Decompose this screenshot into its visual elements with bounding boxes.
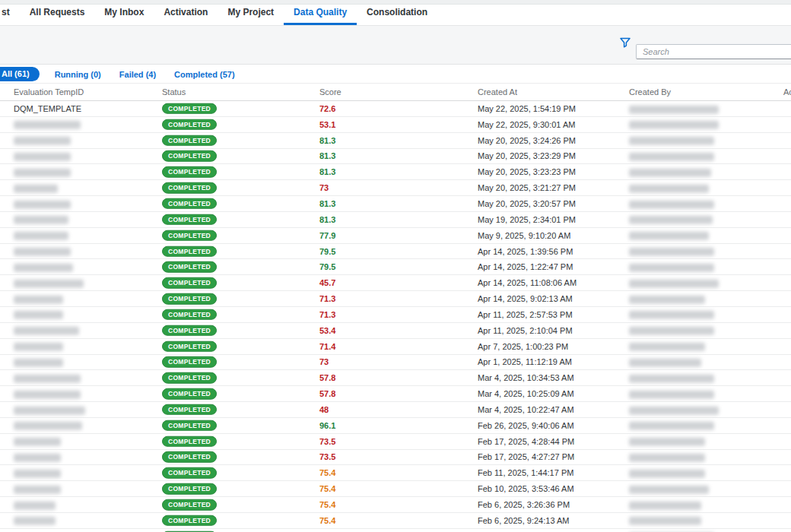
- filter-pill-running[interactable]: Running (0): [55, 70, 101, 79]
- table-row[interactable]: COMPLETED 53.4 Apr 11, 2025, 2:10:04 PM: [0, 323, 791, 339]
- score-cell: 77.9: [319, 231, 335, 240]
- created-at-cell: May 22, 2025, 9:30:01 AM: [478, 120, 575, 129]
- search-input[interactable]: [636, 44, 791, 59]
- col-header-evaluation-tempid[interactable]: Evaluation TempID: [14, 87, 84, 97]
- evaluation-tempid-cell: [14, 468, 61, 478]
- status-badge: COMPLETED: [162, 340, 217, 352]
- created-by-cell: [629, 357, 701, 367]
- redacted-id-block: [14, 375, 81, 383]
- table-row[interactable]: COMPLETED 81.3 May 20, 2025, 3:24:26 PM: [0, 133, 791, 149]
- nav-tab-all-requests[interactable]: All Requests: [20, 7, 95, 25]
- status-badge: COMPLETED: [162, 388, 217, 400]
- created-by-cell: [629, 452, 705, 462]
- table-row[interactable]: COMPLETED 71.3 Apr 11, 2025, 2:57:53 PM: [0, 307, 791, 323]
- table-row[interactable]: COMPLETED 79.5 Apr 14, 2025, 1:22:47 PM: [0, 259, 791, 275]
- evaluation-tempid-cell: [14, 325, 79, 335]
- redacted-created-by-block: [629, 200, 714, 208]
- table-row[interactable]: COMPLETED 53.1 May 22, 2025, 9:30:01 AM: [0, 117, 791, 133]
- nav-tab-st[interactable]: st: [2, 7, 20, 25]
- status-badge: COMPLETED: [162, 198, 217, 210]
- table-row[interactable]: COMPLETED 73.5 Feb 17, 2025, 4:28:44 PM: [0, 434, 791, 450]
- redacted-id-block: [14, 327, 79, 335]
- redacted-id-block: [14, 422, 82, 430]
- nav-tab-my-project[interactable]: My Project: [218, 7, 284, 25]
- table-row[interactable]: COMPLETED 57.8 Mar 4, 2025, 10:34:53 AM: [0, 370, 791, 386]
- redacted-created-by-block: [629, 359, 701, 367]
- filter-pill-failed[interactable]: Failed (4): [119, 70, 156, 79]
- table-row[interactable]: COMPLETED 57.8 Mar 4, 2025, 10:25:09 AM: [0, 386, 791, 402]
- filter-pill-completed[interactable]: Completed (57): [174, 70, 234, 79]
- redacted-created-by-block: [629, 137, 714, 145]
- redacted-created-by-block: [629, 406, 719, 414]
- score-cell: 81.3: [319, 136, 335, 145]
- status-cell: COMPLETED: [162, 515, 217, 527]
- status-badge: COMPLETED: [162, 325, 217, 336]
- created-by-cell: [629, 389, 714, 399]
- table-row[interactable]: DQM_TEMPLATE COMPLETED 72.6 May 22, 2025…: [0, 101, 791, 117]
- evaluation-tempid-cell: DQM_TEMPLATE: [14, 104, 81, 113]
- nav-tab-consolidation[interactable]: Consolidation: [357, 7, 437, 25]
- table-row[interactable]: COMPLETED 79.5 Apr 14, 2025, 1:39:56 PM: [0, 244, 791, 260]
- created-by-cell: [629, 373, 714, 383]
- table-row[interactable]: COMPLETED 73 Apr 1, 2025, 11:12:19 AM: [0, 355, 791, 371]
- redacted-created-by-block: [629, 184, 709, 192]
- evaluation-tempid-cell: [14, 357, 63, 367]
- redacted-created-by-block: [629, 216, 713, 224]
- filter-button[interactable]: [618, 35, 633, 50]
- table-row[interactable]: COMPLETED 71.3 Apr 14, 2025, 9:02:13 AM: [0, 291, 791, 307]
- created-at-cell: May 9, 2025, 9:10:20 AM: [478, 231, 570, 240]
- redacted-created-by-block: [629, 121, 719, 129]
- score-cell: 73: [319, 357, 329, 366]
- status-cell: COMPLETED: [162, 325, 217, 336]
- table-row[interactable]: COMPLETED 71.4 Apr 7, 2025, 1:00:23 PM: [0, 339, 791, 355]
- col-header-created-by[interactable]: Created By: [629, 87, 671, 97]
- col-header-status[interactable]: Status: [162, 87, 186, 97]
- nav-tab-activation[interactable]: Activation: [154, 7, 218, 25]
- status-cell: COMPLETED: [162, 245, 217, 257]
- table-row[interactable]: COMPLETED 73 May 20, 2025, 3:21:27 PM: [0, 180, 791, 196]
- created-at-cell: Apr 11, 2025, 2:10:04 PM: [478, 326, 573, 335]
- score-cell: 96.1: [319, 421, 335, 430]
- score-cell: 81.3: [319, 151, 335, 160]
- created-at-cell: Apr 14, 2025, 1:39:56 PM: [478, 247, 573, 256]
- col-header-score[interactable]: Score: [319, 87, 341, 97]
- evaluation-tempid-cell: [14, 341, 63, 351]
- table-row[interactable]: COMPLETED 73.5 Feb 17, 2025, 4:27:27 PM: [0, 450, 791, 466]
- col-header-action[interactable]: Action: [783, 87, 791, 97]
- created-by-cell: [629, 516, 701, 526]
- status-badge: COMPLETED: [162, 404, 217, 416]
- table-row[interactable]: COMPLETED 75.4 Feb 11, 2025, 1:44:17 PM: [0, 465, 791, 481]
- evaluation-tempid-cell: [14, 230, 68, 240]
- table-row[interactable]: COMPLETED 81.3 May 19, 2025, 2:34:01 PM: [0, 212, 791, 228]
- created-at-cell: Feb 6, 2025, 3:26:36 PM: [478, 500, 570, 509]
- status-cell: COMPLETED: [162, 182, 217, 194]
- table-row[interactable]: COMPLETED 81.3 May 20, 2025, 3:20:57 PM: [0, 196, 791, 212]
- col-header-created-at[interactable]: Created At: [478, 87, 517, 97]
- table-row[interactable]: DQM_TEMPLATE COMPLETED 75.4 Feb 6, 2025,…: [0, 529, 791, 532]
- evaluation-tempid-cell: [14, 278, 84, 288]
- table-row[interactable]: COMPLETED 75.4 Feb 10, 2025, 3:53:46 AM: [0, 481, 791, 497]
- created-at-cell: May 20, 2025, 3:24:26 PM: [478, 136, 576, 145]
- created-at-cell: Apr 7, 2025, 1:00:23 PM: [478, 342, 568, 351]
- status-badge: COMPLETED: [162, 499, 217, 511]
- table-row[interactable]: COMPLETED 48 Mar 4, 2025, 10:22:47 AM: [0, 402, 791, 418]
- table-row[interactable]: COMPLETED 81.3 May 20, 2025, 3:23:23 PM: [0, 164, 791, 180]
- redacted-created-by-block: [629, 232, 709, 240]
- nav-tab-data-quality[interactable]: Data Quality: [284, 7, 357, 25]
- table-row[interactable]: COMPLETED 45.7 Apr 14, 2025, 11:08:06 AM: [0, 275, 791, 291]
- redacted-id-block: [14, 343, 63, 351]
- evaluation-tempid-cell: [14, 246, 71, 256]
- table-row[interactable]: COMPLETED 77.9 May 9, 2025, 9:10:20 AM: [0, 228, 791, 244]
- table-row[interactable]: COMPLETED 96.1 Feb 26, 2025, 9:40:06 AM: [0, 418, 791, 434]
- evaluation-tempid-cell: [14, 199, 71, 209]
- created-by-cell: [629, 500, 701, 510]
- created-at-cell: Mar 4, 2025, 10:34:53 AM: [478, 373, 574, 382]
- created-by-cell: [629, 119, 719, 129]
- table-row[interactable]: COMPLETED 81.3 May 20, 2025, 3:23:29 PM: [0, 149, 791, 165]
- created-by-cell: [629, 310, 714, 320]
- filter-pill-all[interactable]: All (61): [0, 67, 40, 81]
- table-row[interactable]: COMPLETED 75.4 Feb 6, 2025, 9:24:13 AM: [0, 513, 791, 529]
- table-row[interactable]: COMPLETED 75.4 Feb 6, 2025, 3:26:36 PM: [0, 497, 791, 513]
- redacted-id-block: [14, 485, 61, 493]
- nav-tab-my-inbox[interactable]: My Inbox: [94, 7, 154, 25]
